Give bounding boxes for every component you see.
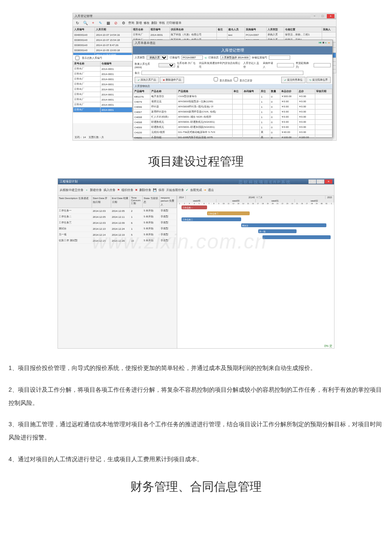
pager-current: 14 [83,136,86,139]
return-icon[interactable]: ⟲ [205,56,207,59]
toolbar-label-1[interactable]: 新增 [136,21,142,25]
gantt-maximize-button[interactable]: □ [317,179,324,184]
table-row[interactable]: 日常出厂2014-0001 [73,102,133,107]
pos-input[interactable] [269,55,290,60]
table-row[interactable]: O4098听通数线无AFK5000--听通数线无(NGK001)10￥0.00￥… [133,120,332,125]
toolbar-label-2[interactable]: 修改 [144,21,150,25]
table-row[interactable]: 日常出厂2014-0001 [73,97,133,102]
gantt-bar[interactable]: 工作任务三 [182,217,241,221]
show-original-checkbox[interactable] [213,77,219,81]
close-button[interactable]: × [327,14,334,18]
stop-icon[interactable]: ⊘ [113,20,119,26]
table-row[interactable]: O4099听通数线无AFK5000--听通加强版(NGK001)10￥0.00￥… [133,125,332,130]
flag-icon[interactable]: ⚑ [117,188,120,192]
exit-icon[interactable]: ➜ [204,188,206,192]
gear-icon[interactable]: ⚙ [121,20,127,26]
toolbar-start-button[interactable]: 开始当前任务 [166,188,184,192]
gantt-week-cell: week51 [256,199,295,202]
table-row[interactable]: O4097家用呼叫器分AFK5000家用呼音器(OV/A, 有线)10￥0.00… [133,110,332,115]
gantt-day-cell: 1 [177,202,182,205]
minimize-button[interactable]: − [311,14,318,18]
table-row[interactable]: O4079便携交流AFK5000智能型多--交换(1200)10￥0.00￥0.… [133,99,332,104]
table-row[interactable]: O4100无线特/便携DG-T56表式格动电源等中 5.7VX累0￥40.00￥… [133,130,332,135]
table-cell: AFK5000--听通数线无(NGK001) [177,120,233,125]
table-cell: O4079 [133,99,150,104]
table-row[interactable]: 日常出厂2014-0001 [73,87,133,92]
delete-selected-button[interactable]: ✖删除选中产品 [160,77,184,83]
sub-refresh-icon[interactable]: ↻ [325,41,327,44]
toolbar-org-button[interactable]: 组织任务 [121,188,133,192]
table-cell: ￥0.00 [297,125,315,130]
type-select[interactable]: 采购入库 [147,55,168,60]
note-input[interactable] [141,71,303,75]
gantt-task-row[interactable]: 工作任务一2014.12.032014.12.0525 未开始手填型 [58,208,177,214]
gantt-bar[interactable]: 测试台 [241,223,326,227]
table-row[interactable]: 日常出厂2014-0001 [73,77,133,82]
table-row[interactable]: 日常出厂2014-0001 [73,107,133,113]
table-row[interactable]: 3340001H02014-10-07 14:54:16日常出厂2014-000… [73,32,336,38]
return-input[interactable] [220,55,250,60]
add-icon[interactable]: ＋ [90,20,96,26]
warehouse-select[interactable] [159,63,175,67]
refresh-icon[interactable]: ↻ [75,20,81,26]
toolbar-label-0[interactable]: 查询 [128,21,134,25]
toolbar-label-3[interactable]: 删除 [151,21,157,25]
search-icon[interactable]: 🔍 [82,20,88,26]
gantt-year-header: 2014 2014年 十二月 2015 [177,196,334,199]
gantt-bar[interactable]: 另一项 [258,229,297,233]
toolbar-label-5[interactable]: 打印标签单 [167,21,182,25]
submit-check-button[interactable]: ✔提交向查单位 [281,77,306,83]
gantt-task-row[interactable]: 工作任务二2014.12.052014.12.1115 未开始手填型 [58,214,177,220]
show-recent-checkbox[interactable] [233,77,239,81]
gantt-task-row[interactable]: 测试台2014.12.102014.12.2415 未开始手填型 [58,226,177,232]
table-row[interactable]: 日常出厂2014-0001 [73,66,133,72]
gantt-bar[interactable]: 工作任务二 [207,211,250,215]
toolbar-done-button[interactable]: 当前完成 [190,188,202,192]
table-cell [233,140,243,141]
table-row[interactable]: O4MA估算10￥500.00￥0.00 [133,140,332,141]
toolbar-label-4[interactable]: 审核 [159,21,165,25]
print-warn-button[interactable]: ↻提交院单位序 [306,77,331,83]
gantt-cell: 1 [130,227,143,231]
order-input[interactable] [182,55,203,60]
gantt-minimize-button[interactable]: − [308,179,316,184]
gantt-close-button[interactable]: × [325,179,332,184]
table-cell: 0 [270,140,280,141]
toolbar-insert-button[interactable]: 插入任务 [104,188,115,192]
sub-grid-icon[interactable]: ▦ [323,41,324,44]
label-type: 入库类型 [135,56,145,60]
toolbar-save-button[interactable]: 保存 [159,188,164,192]
gantt-task-row[interactable]: 估算工作 测试型2014.12.152014.12.29105 未开始手填型 [58,238,177,244]
edit-icon[interactable]: ✎ [98,20,104,26]
table-row[interactable]: 日常出厂2014-0001 [73,82,133,87]
check-icon[interactable]: ✔ [186,188,188,192]
delivery-input[interactable] [314,63,331,67]
table-row[interactable]: O4096呼叫器AFK5000呼叫系--现代(双色) 计10￥0.00￥0.00 [133,104,332,110]
delete-icon[interactable]: ✖ [135,188,138,192]
table-row[interactable]: O4098忙人不叫(特殊)AFK5000--城台 NGR--有线带10￥0.00… [133,115,332,120]
grid-icon[interactable]: ▦ [105,20,111,26]
toolbar-template-button[interactable]: 从模板中建立任务 [60,188,84,192]
toolbar-new-button[interactable]: 新建任务 [90,188,102,192]
side-checkbox[interactable] [75,56,80,60]
gantt-bar[interactable] [262,235,331,239]
sub-first-icon[interactable]: ⏮ [319,41,322,44]
gantt-task-row[interactable]: 另一项2014.12.142014.12.1955 未开始手填型 [58,232,177,238]
sub-add-icon[interactable]: ＋ [328,41,331,44]
toolbar-delete-button[interactable]: 删除任务 [139,188,151,192]
maximize-button[interactable]: □ [319,14,326,18]
toolbar-exit-button[interactable]: 退出 [208,188,214,192]
window-title-bar: 入库登记管理 − □ × [73,13,336,19]
table-row[interactable]: O4101不贵特能DG-1005汽车手机应变能 1075累0￥100.00￥10… [133,135,332,140]
gantt-bar[interactable]: 工作任务一 [182,205,207,209]
table-row[interactable]: 日常出厂2014-0001 [73,92,133,97]
apply-input[interactable] [277,63,294,67]
table-row[interactable]: MB1076电子血管仪OV/A型张量等分10￥300.00￥0.00 [133,94,332,99]
gantt-task-row[interactable]: 工作任务三2014.12.032014.12.0965 未开始手填型 [58,220,177,226]
table-row[interactable]: 日常出厂2014-0001 [73,72,133,77]
plus-icon[interactable]: ＋ [85,188,88,192]
col-task: Task Description 任务描述 [58,196,92,208]
save-icon[interactable]: 💾 [153,188,157,192]
add-stock-button[interactable]: ✔添加入库产品 [135,77,159,83]
label-showrecent: 显示已发货 [239,79,252,82]
